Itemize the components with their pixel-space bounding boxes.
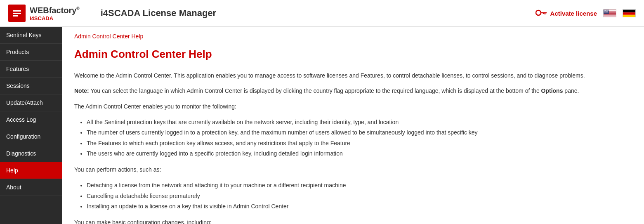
- svg-rect-34: [623, 10, 635, 13]
- svg-point-32: [606, 12, 607, 13]
- header-left: WEBfactory® i4SCADA i4SCADA License Mana…: [8, 5, 216, 22]
- svg-point-20: [608, 10, 609, 11]
- svg-point-31: [606, 12, 606, 13]
- enables-text: The Admin Control Center enables you to …: [74, 102, 632, 111]
- logo-brand-text: WEBfactory®: [30, 5, 80, 15]
- monitor-bullets-list: All the Sentinel protection keys that ar…: [87, 117, 632, 159]
- svg-point-33: [607, 12, 608, 13]
- sidebar-item-features[interactable]: Features: [0, 61, 62, 78]
- svg-point-24: [607, 11, 608, 12]
- svg-point-21: [604, 11, 605, 12]
- flag-en-button[interactable]: [603, 9, 616, 17]
- svg-point-28: [607, 12, 608, 13]
- app-title: i4SCADA License Manager: [94, 8, 216, 19]
- svg-rect-3: [13, 15, 18, 17]
- sidebar-item-help[interactable]: Help: [0, 162, 62, 179]
- layout: Sentinel Keys Products Features Sessions…: [0, 27, 644, 224]
- header: WEBfactory® i4SCADA i4SCADA License Mana…: [0, 0, 644, 27]
- options-bold: Options: [541, 87, 563, 94]
- actions-text: You can perform actions, such as:: [74, 165, 632, 174]
- sidebar-item-sentinel-keys[interactable]: Sentinel Keys: [0, 27, 62, 44]
- logo-box: WEBfactory® i4SCADA: [8, 5, 88, 22]
- svg-point-18: [606, 10, 607, 11]
- activate-license-button[interactable]: Activate license: [535, 9, 597, 18]
- svg-point-22: [606, 11, 606, 12]
- logo-sub-text: i4SCADA: [30, 15, 80, 21]
- action-bullet-2: Cancelling a detachable license prematur…: [87, 191, 632, 201]
- svg-point-27: [606, 12, 607, 13]
- main-content: Admin Control Center Help Admin Control …: [62, 27, 644, 224]
- page-title: Admin Control Center Help: [74, 48, 632, 61]
- sidebar-item-access-log[interactable]: Access Log: [0, 111, 62, 128]
- sidebar-item-configuration[interactable]: Configuration: [0, 128, 62, 145]
- svg-rect-2: [13, 13, 21, 14]
- svg-rect-36: [623, 15, 635, 17]
- note-suffix: pane.: [563, 87, 579, 94]
- action-bullet-1: Detaching a license from the network and…: [87, 180, 632, 191]
- svg-point-23: [606, 11, 607, 12]
- flag-de-button[interactable]: [623, 9, 636, 17]
- breadcrumb[interactable]: Admin Control Center Help: [74, 33, 632, 40]
- config-text: You can make basic configuration changes…: [74, 218, 632, 224]
- svg-point-29: [608, 12, 609, 13]
- sidebar-item-about[interactable]: About: [0, 179, 62, 196]
- note-paragraph: Note: You can select the language in whi…: [74, 86, 632, 95]
- svg-point-17: [605, 10, 606, 11]
- note-label: Note:: [74, 87, 89, 94]
- monitor-bullet-1: All the Sentinel protection keys that ar…: [87, 117, 632, 127]
- monitor-bullet-3: The Features to which each protection ke…: [87, 138, 632, 149]
- sidebar-item-diagnostics[interactable]: Diagnostics: [0, 145, 62, 162]
- monitor-bullet-2: The number of users currently logged in …: [87, 127, 632, 138]
- svg-point-25: [604, 12, 605, 13]
- intro-paragraph: Welcome to the Admin Control Center. Thi…: [74, 71, 632, 80]
- svg-point-4: [536, 10, 541, 15]
- sidebar-item-products[interactable]: Products: [0, 44, 62, 61]
- activate-license-label: Activate license: [550, 10, 597, 17]
- sidebar-item-sessions[interactable]: Sessions: [0, 78, 62, 94]
- svg-point-19: [607, 10, 608, 11]
- svg-rect-1: [13, 10, 21, 12]
- svg-rect-35: [623, 12, 635, 15]
- sidebar-item-update-attach[interactable]: Update/Attach: [0, 94, 62, 111]
- actions-bullets-list: Detaching a license from the network and…: [87, 180, 632, 212]
- header-right: Activate license: [535, 9, 636, 18]
- svg-rect-13: [604, 15, 616, 15]
- svg-rect-14: [604, 16, 616, 17]
- sidebar: Sentinel Keys Products Features Sessions…: [0, 27, 62, 224]
- note-text: You can select the language in which Adm…: [89, 87, 541, 94]
- action-bullet-3: Installing an update to a license on a k…: [87, 201, 632, 212]
- key-icon: [535, 9, 547, 18]
- monitor-bullet-4: The users who are currently logged into …: [87, 149, 632, 159]
- svg-point-16: [604, 10, 605, 11]
- svg-point-30: [604, 12, 605, 13]
- svg-point-26: [605, 12, 606, 13]
- logo-text: WEBfactory® i4SCADA: [30, 5, 80, 21]
- app-logo-icon: [8, 5, 26, 22]
